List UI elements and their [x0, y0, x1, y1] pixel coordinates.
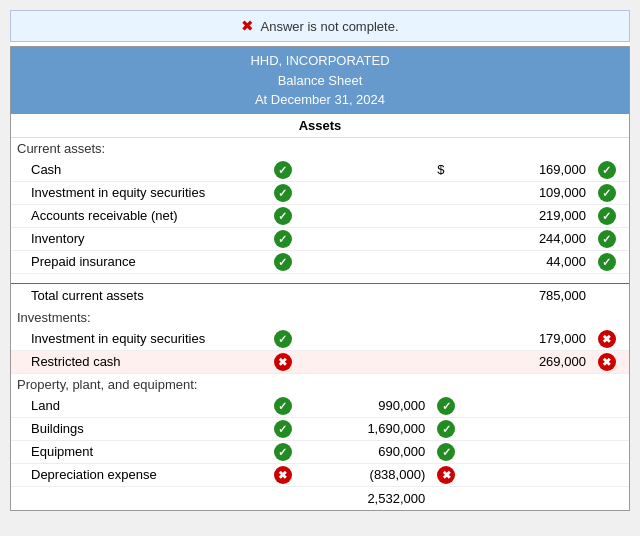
inv-equity-inv-dollar [431, 328, 468, 351]
table-row: Restricted cash ✖ 269,000 ✖ [11, 350, 629, 373]
ppe-subtotal-check-cell [258, 486, 307, 510]
restricted-cash-label: Restricted cash [11, 350, 258, 373]
equipment-main-icon [592, 440, 629, 463]
cash-sub [308, 159, 432, 182]
land-main-icon [592, 395, 629, 418]
table-row: Equipment ✓ 690,000 ✓ [11, 440, 629, 463]
buildings-sub-check[interactable]: ✓ [431, 417, 468, 440]
ar-value-check[interactable]: ✓ [592, 204, 629, 227]
total-ca-label: Total current assets [11, 283, 258, 307]
land-sub-check[interactable]: ✓ [431, 395, 468, 418]
inv-equity-curr-sub [308, 181, 432, 204]
equipment-check[interactable]: ✓ [258, 440, 307, 463]
current-assets-label: Current assets: [11, 137, 629, 159]
restricted-cash-check[interactable]: ✖ [258, 350, 307, 373]
inventory-sub [308, 227, 432, 250]
ar-check[interactable]: ✓ [258, 204, 307, 227]
buildings-check[interactable]: ✓ [258, 417, 307, 440]
prepaid-value-check[interactable]: ✓ [592, 250, 629, 273]
land-label: Land [11, 395, 258, 418]
ppe-subtotal-value: 2,532,000 [308, 486, 432, 510]
inv-equity-curr-dollar [431, 181, 468, 204]
ar-label: Accounts receivable (net) [11, 204, 258, 227]
red-check-icon: ✖ [437, 466, 455, 484]
table-row: Cash ✓ $ 169,000 ✓ [11, 159, 629, 182]
green-check-icon: ✓ [274, 161, 292, 179]
cash-value: 169,000 [468, 159, 592, 182]
green-check-icon: ✓ [274, 330, 292, 348]
inv-equity-inv-value: 179,000 [468, 328, 592, 351]
depreciation-sub-value: (838,000) [308, 463, 432, 486]
prepaid-value: 44,000 [468, 250, 592, 273]
green-check-icon: ✓ [274, 443, 292, 461]
ppe-label: Property, plant, and equipment: [11, 373, 629, 395]
depreciation-check[interactable]: ✖ [258, 463, 307, 486]
red-check-icon: ✖ [274, 353, 292, 371]
inv-equity-curr-check[interactable]: ✓ [258, 181, 307, 204]
balance-sheet-table: HHD, INCORPORATED Balance Sheet At Decem… [10, 46, 630, 511]
inventory-label: Inventory [11, 227, 258, 250]
depreciation-main-value [468, 463, 592, 486]
table-row: Investment in equity securities ✓ 179,00… [11, 328, 629, 351]
depreciation-main-icon [592, 463, 629, 486]
land-sub-value: 990,000 [308, 395, 432, 418]
green-check-icon: ✓ [437, 420, 455, 438]
spacer-row [11, 273, 629, 283]
equipment-main-value [468, 440, 592, 463]
inventory-check[interactable]: ✓ [258, 227, 307, 250]
inv-equity-inv-value-check[interactable]: ✖ [592, 328, 629, 351]
ppe-subtotal-dollar [431, 486, 468, 510]
alert-icon: ✖ [241, 17, 254, 35]
restricted-cash-value-check[interactable]: ✖ [592, 350, 629, 373]
restricted-cash-sub [308, 350, 432, 373]
ppe-subtotal-icon [592, 486, 629, 510]
report-date: At December 31, 2024 [13, 90, 627, 110]
investments-label-row: Investments: [11, 307, 629, 328]
prepaid-check[interactable]: ✓ [258, 250, 307, 273]
green-check-icon: ✓ [274, 397, 292, 415]
red-check-icon: ✖ [598, 353, 616, 371]
assets-label: Assets [11, 114, 629, 138]
land-check[interactable]: ✓ [258, 395, 307, 418]
assets-header-row: Assets [11, 114, 629, 138]
inventory-value: 244,000 [468, 227, 592, 250]
inv-equity-inv-check[interactable]: ✓ [258, 328, 307, 351]
inv-equity-curr-value-check[interactable]: ✓ [592, 181, 629, 204]
prepaid-label: Prepaid insurance [11, 250, 258, 273]
report-title: Balance Sheet [13, 71, 627, 91]
depreciation-sub-check[interactable]: ✖ [431, 463, 468, 486]
equipment-sub-check[interactable]: ✓ [431, 440, 468, 463]
report-header: HHD, INCORPORATED Balance Sheet At Decem… [11, 47, 629, 114]
inventory-value-check[interactable]: ✓ [592, 227, 629, 250]
depreciation-label: Depreciation expense [11, 463, 258, 486]
cash-value-check[interactable]: ✓ [592, 159, 629, 182]
table-row: Buildings ✓ 1,690,000 ✓ [11, 417, 629, 440]
total-ca-dollar [431, 283, 468, 307]
ar-value: 219,000 [468, 204, 592, 227]
green-check-icon: ✓ [598, 207, 616, 225]
cash-dollar: $ [431, 159, 468, 182]
inventory-dollar [431, 227, 468, 250]
green-check-icon: ✓ [598, 161, 616, 179]
prepaid-dollar [431, 250, 468, 273]
restricted-cash-dollar [431, 350, 468, 373]
green-check-icon: ✓ [274, 420, 292, 438]
ar-dollar [431, 204, 468, 227]
green-check-icon: ✓ [437, 443, 455, 461]
alert-message: Answer is not complete. [260, 19, 398, 34]
buildings-sub-value: 1,690,000 [308, 417, 432, 440]
total-ca-check-cell [258, 283, 307, 307]
buildings-main-icon [592, 417, 629, 440]
green-check-icon: ✓ [598, 253, 616, 271]
investments-label: Investments: [11, 307, 629, 328]
buildings-label: Buildings [11, 417, 258, 440]
inv-equity-curr-value: 109,000 [468, 181, 592, 204]
company-name: HHD, INCORPORATED [13, 51, 627, 71]
cash-check[interactable]: ✓ [258, 159, 307, 182]
ppe-subtotal-label [11, 486, 258, 510]
restricted-cash-value: 269,000 [468, 350, 592, 373]
ar-sub [308, 204, 432, 227]
inv-equity-inv-label: Investment in equity securities [11, 328, 258, 351]
green-check-icon: ✓ [274, 253, 292, 271]
land-main-value [468, 395, 592, 418]
